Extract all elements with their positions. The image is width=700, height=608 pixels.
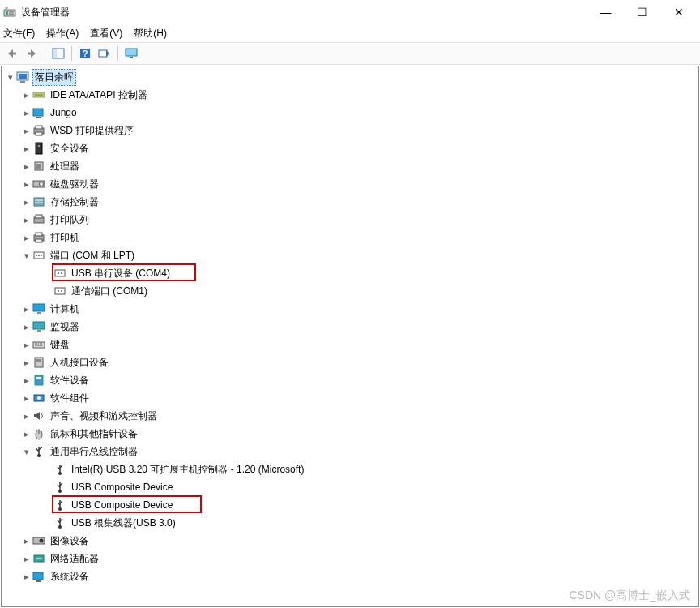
device-tree[interactable]: ▾ 落日余晖 ▸ IDE ATA/ATAPI 控制器 ▸ Jungo ▸: [1, 66, 699, 607]
item-label: 端口 (COM 和 LPT): [49, 248, 136, 263]
close-button[interactable]: ✕: [660, 1, 697, 24]
scan-hardware-button[interactable]: [96, 45, 113, 62]
svg-rect-47: [37, 312, 41, 314]
tree-item-monitor[interactable]: ▸ 监视器: [3, 318, 698, 336]
menu-action[interactable]: 操作(A): [46, 27, 79, 41]
keyboard-icon: [32, 338, 45, 351]
chevron-right-icon[interactable]: ▸: [21, 535, 32, 546]
svg-rect-1: [6, 11, 8, 15]
chevron-right-icon[interactable]: ▸: [21, 89, 32, 101]
tree-item-wsd[interactable]: ▸ WSD 打印提供程序: [3, 122, 698, 139]
chevron-right-icon[interactable]: ▸: [21, 125, 32, 136]
tree-item-usb-composite-1[interactable]: USB Composite Device: [3, 478, 698, 496]
forward-button[interactable]: [23, 45, 41, 62]
chevron-down-icon[interactable]: ▾: [21, 250, 32, 261]
tree-item-softcomponent[interactable]: ▸ 软件组件: [3, 389, 698, 407]
chevron-down-icon[interactable]: ▾: [21, 446, 32, 457]
titlebar: 设备管理器 — ☐ ✕: [0, 0, 700, 24]
svg-rect-15: [19, 74, 27, 79]
svg-rect-2: [9, 11, 14, 13]
menu-help[interactable]: 帮助(H): [134, 27, 167, 41]
tree-item-hid[interactable]: ▸ 人机接口设备: [3, 353, 698, 371]
tree-item-security[interactable]: ▸ 安全设备: [3, 139, 698, 157]
tree-item-usb-controllers[interactable]: ▾ 通用串行总线控制器: [3, 443, 698, 460]
usb-icon: [53, 499, 66, 512]
tree-item-usb-host[interactable]: Intel(R) USB 3.20 可扩展主机控制器 - 1.20 (Micro…: [3, 460, 698, 478]
tree-item-imaging[interactable]: ▸ 图像设备: [3, 532, 698, 550]
chevron-right-icon[interactable]: ▸: [21, 339, 32, 350]
item-label: 网络适配器: [49, 551, 100, 567]
tree-item-usb-composite-2[interactable]: USB Composite Device: [3, 496, 698, 514]
toolbar-separator: [117, 46, 118, 61]
port-icon: [53, 285, 66, 298]
computer-icon: [32, 302, 45, 315]
monitor-button[interactable]: [122, 45, 140, 62]
item-label: USB 串行设备 (COM4): [70, 266, 172, 281]
chevron-right-icon[interactable]: ▸: [21, 392, 32, 404]
chevron-right-icon[interactable]: ▸: [21, 143, 32, 154]
svg-rect-8: [53, 49, 57, 58]
chevron-down-icon[interactable]: ▾: [5, 71, 16, 83]
svg-rect-40: [55, 270, 65, 276]
tree-item-keyboard[interactable]: ▸ 键盘: [3, 336, 698, 353]
chevron-right-icon[interactable]: ▸: [21, 303, 32, 315]
chevron-right-icon[interactable]: ▸: [21, 410, 32, 422]
svg-rect-5: [12, 53, 16, 55]
menu-file[interactable]: 文件(F): [3, 27, 35, 41]
tree-item-usb-serial[interactable]: USB 串行设备 (COM4): [3, 264, 698, 282]
chevron-right-icon[interactable]: ▸: [21, 161, 32, 172]
svg-point-56: [37, 396, 41, 400]
tree-root[interactable]: ▾ 落日余晖: [3, 68, 698, 86]
tree-item-disk[interactable]: ▸ 磁盘驱动器: [3, 175, 698, 193]
chevron-right-icon[interactable]: ▸: [21, 196, 32, 208]
tree-item-usb-roothub[interactable]: USB 根集线器(USB 3.0): [3, 514, 698, 532]
menubar: 文件(F) 操作(A) 查看(V) 帮助(H): [0, 24, 700, 42]
back-button[interactable]: [3, 45, 21, 62]
item-label: 安全设备: [49, 141, 91, 156]
tree-item-comm-port[interactable]: 通信端口 (COM1): [3, 282, 698, 300]
item-label: 磁盘驱动器: [49, 177, 100, 192]
chevron-right-icon[interactable]: ▸: [21, 321, 32, 332]
maximize-button[interactable]: ☐: [624, 1, 660, 24]
item-label: Intel(R) USB 3.20 可扩展主机控制器 - 1.20 (Micro…: [70, 462, 305, 477]
item-label: 监视器: [49, 319, 81, 335]
chevron-right-icon[interactable]: ▸: [21, 571, 32, 582]
chevron-right-icon[interactable]: ▸: [21, 375, 32, 386]
tree-item-printer[interactable]: ▸ 打印机: [3, 229, 698, 246]
svg-rect-46: [33, 304, 45, 311]
tree-item-system[interactable]: ▸ 系统设备: [3, 567, 698, 585]
toolbar: ?: [0, 42, 700, 65]
svg-point-42: [61, 272, 62, 274]
svg-rect-74: [33, 572, 43, 580]
show-hide-button[interactable]: [49, 45, 67, 62]
tree-item-storage[interactable]: ▸ 存储控制器: [3, 193, 698, 211]
chevron-right-icon[interactable]: ▸: [21, 178, 32, 190]
tree-item-audio[interactable]: ▸ 声音、视频和游戏控制器: [3, 407, 698, 425]
svg-rect-23: [36, 132, 42, 135]
tree-item-computer[interactable]: ▸ 计算机: [3, 300, 698, 318]
tree-item-cpu[interactable]: ▸ 处理器: [3, 157, 698, 175]
help-button[interactable]: ?: [76, 45, 94, 62]
chevron-right-icon[interactable]: ▸: [21, 357, 32, 368]
minimize-button[interactable]: —: [587, 1, 624, 24]
ports-icon: [32, 249, 45, 262]
usb-icon: [32, 445, 45, 458]
printer-icon: [32, 124, 45, 137]
svg-point-72: [40, 539, 44, 543]
chevron-right-icon[interactable]: ▸: [21, 428, 32, 439]
tree-item-ports[interactable]: ▾ 端口 (COM 和 LPT): [3, 246, 698, 264]
tree-item-printqueue[interactable]: ▸ 打印队列: [3, 211, 698, 229]
svg-point-61: [36, 448, 37, 450]
menu-view[interactable]: 查看(V): [90, 27, 122, 41]
chevron-right-icon[interactable]: ▸: [21, 232, 32, 243]
item-label: USB 根集线器(USB 3.0): [70, 516, 177, 531]
tree-item-softdevice[interactable]: ▸ 软件设备: [3, 371, 698, 389]
chevron-right-icon[interactable]: ▸: [21, 214, 32, 225]
tree-item-network[interactable]: ▸ 网络适配器: [3, 550, 698, 567]
chevron-right-icon[interactable]: ▸: [21, 553, 32, 564]
tree-item-jungo[interactable]: ▸ Jungo: [3, 104, 698, 122]
svg-rect-20: [36, 117, 41, 118]
chevron-right-icon[interactable]: ▸: [21, 107, 32, 118]
tree-item-mouse[interactable]: ▸ 鼠标和其他指针设备: [3, 425, 698, 443]
tree-item-ide[interactable]: ▸ IDE ATA/ATAPI 控制器: [3, 86, 698, 104]
